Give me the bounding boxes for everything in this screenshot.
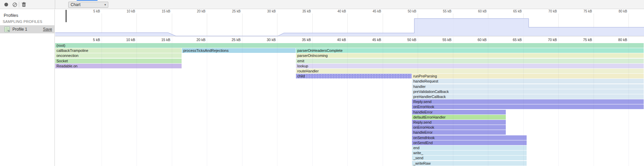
flame-bar[interactable]: defaultErrorHandler	[412, 115, 506, 120]
flame-gridline	[312, 37, 313, 166]
flame-tick-label: 35 kB	[302, 38, 312, 42]
sampling-profiles-section-label: SAMPLING PROFILES	[3, 20, 42, 24]
overview-tick-label: 55 kB	[443, 9, 453, 13]
flame-tick-label: 55 kB	[443, 38, 453, 42]
flame-gridline	[172, 37, 172, 166]
flame-bar[interactable]: preHandlerCallback	[412, 94, 644, 99]
overview-tick-label: 60 kB	[478, 9, 488, 13]
sidebar-item-profile-1[interactable]: % Profile 1 Save	[0, 25, 55, 33]
flame-bar[interactable]: onErrorHook	[412, 125, 506, 130]
flame-bar[interactable]: Readable.on	[55, 64, 182, 68]
flame-bar[interactable]: handleError	[412, 130, 506, 135]
svg-text:%: %	[7, 30, 9, 32]
overview-tick-label: 30 kB	[267, 9, 277, 13]
flame-gridline	[488, 37, 488, 166]
flame-gridline	[523, 37, 524, 166]
flame-tick-label: 20 kB	[196, 38, 207, 42]
block-icon	[12, 2, 17, 7]
flame-tick-label: 80 kB	[618, 38, 629, 42]
flame-bar[interactable]: lookup	[296, 64, 644, 68]
flame-bar[interactable]: write_	[412, 151, 527, 155]
flame-tick-label: 45 kB	[372, 38, 383, 42]
flame-bar[interactable]: Reply.send	[412, 120, 506, 125]
flame-gridline	[383, 37, 383, 166]
flame-tick-label: 25 kB	[232, 38, 242, 42]
flame-bar[interactable]: callbackTrampoline	[55, 48, 182, 53]
toolbar: Chart ▾	[0, 0, 644, 9]
view-mode-value: Chart	[71, 2, 80, 7]
view-mode-select[interactable]: Chart ▾	[68, 2, 108, 8]
flame-bar[interactable]: parserOnHeadersComplete	[296, 48, 644, 53]
toolbar-separator	[19, 2, 19, 7]
flame-tick-label: 75 kB	[583, 38, 594, 42]
overview-tick-label: 45 kB	[373, 9, 383, 13]
flame-gridline	[594, 37, 594, 166]
flame-bar[interactable]: (root)	[55, 43, 644, 48]
flame-tick-label: 10 kB	[126, 38, 137, 42]
overview-tick-label: 75 kB	[583, 9, 594, 13]
selection-left-grabber[interactable]	[66, 10, 67, 22]
flame-tick-label: 50 kB	[407, 38, 418, 42]
flame-bar[interactable]: _writeRaw	[412, 161, 527, 166]
overview-tick-label: 5 kB	[93, 9, 101, 13]
flame-gridline	[137, 37, 137, 166]
flame-bar[interactable]: emit	[296, 59, 644, 63]
flame-bar[interactable]: parserOnIncoming	[296, 53, 644, 58]
flame-tick-label: 60 kB	[478, 38, 488, 42]
flame-tick-label: 15 kB	[161, 38, 172, 42]
overview-tick-label: 50 kB	[408, 9, 418, 13]
overview-tick-label: 20 kB	[197, 9, 207, 13]
flame-bar[interactable]: preValidationCallback	[412, 89, 644, 94]
flame-gridline	[102, 37, 102, 166]
flame-gridline	[242, 37, 242, 166]
profiles-sidebar: Profiles SAMPLING PROFILES % Profile 1 S…	[0, 9, 55, 166]
trash-icon	[22, 2, 26, 7]
flame-bar[interactable]: routeHandler	[296, 69, 644, 73]
flame-tick-label: 65 kB	[513, 38, 523, 42]
flame-bar[interactable]: _send	[412, 156, 527, 160]
flame-bar[interactable]: Reply.send	[412, 99, 644, 104]
flame-bar[interactable]: end	[412, 145, 527, 150]
flame-bar[interactable]: Socket	[55, 59, 182, 63]
flame-bar[interactable]: runPreParsing	[412, 74, 644, 78]
overview-tick-label: 80 kB	[618, 9, 629, 13]
flame-tick-label: 70 kB	[548, 38, 558, 42]
flame-tick-label: 5 kB	[93, 38, 101, 42]
flame-gridline	[347, 37, 348, 166]
active-tab-underline	[77, 0, 98, 1]
flame-bar[interactable]: processTicksAndRejections	[182, 48, 296, 53]
flame-gridline	[629, 37, 629, 166]
overview-tick-label: 65 kB	[513, 9, 523, 13]
clear-profiles-button[interactable]	[11, 1, 18, 8]
overview-tick-label: 10 kB	[126, 9, 137, 13]
flame-bar[interactable]: onSendEnd	[412, 140, 527, 145]
flame-gridline	[453, 37, 453, 166]
flame-tick-label: 30 kB	[267, 38, 277, 42]
flame-bar[interactable]: handleRequest	[412, 79, 644, 84]
flame-gridline	[558, 37, 559, 166]
flame-bar[interactable]: handler	[412, 84, 644, 89]
flame-bar[interactable]: handleError	[412, 110, 506, 114]
overview-tick-label: 15 kB	[162, 9, 172, 13]
flame-bar[interactable]: onconnection	[55, 53, 182, 58]
save-profile-link[interactable]: Save	[43, 27, 52, 32]
memory-overview[interactable]: 5 kB10 kB15 kB20 kB25 kB30 kB35 kB40 kB4…	[55, 9, 644, 36]
profile-grid-icon: %	[4, 27, 10, 32]
delete-profile-button[interactable]	[20, 1, 28, 8]
flame-chart[interactable]: (root)callbackTrampolineprocessTicksAndR…	[55, 37, 644, 166]
sidebar-title: Profiles	[4, 13, 18, 18]
record-icon	[4, 2, 8, 7]
allocation-chart-pane: 5 kB10 kB15 kB20 kB25 kB30 kB35 kB40 kB4…	[55, 9, 644, 166]
overview-tick-label: 40 kB	[337, 9, 347, 13]
flame-bar[interactable]: onErrorHook	[412, 104, 644, 109]
overview-tick-label: 70 kB	[548, 9, 558, 13]
flame-gridline	[418, 37, 418, 166]
flame-bar[interactable]: child	[296, 74, 412, 78]
flame-gridline	[207, 37, 207, 166]
profile-name: Profile 1	[12, 27, 27, 32]
overview-tick-label: 25 kB	[232, 9, 242, 13]
toolbar-pane-separator	[55, 0, 55, 9]
flame-bar[interactable]: onSendHook	[412, 135, 527, 140]
record-button[interactable]	[2, 1, 10, 8]
overview-tick-label: 35 kB	[302, 9, 312, 13]
